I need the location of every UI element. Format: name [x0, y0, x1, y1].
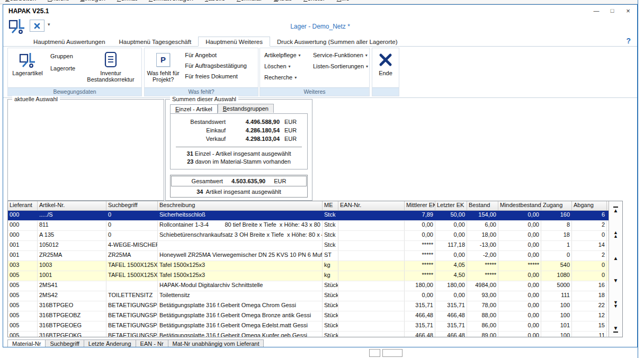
background-menu-item[interactable]: Hilfe — [337, 0, 350, 2]
lagerartikel-button[interactable]: Lagerartikel — [8, 48, 47, 87]
recherche-label: Recherche — [264, 74, 292, 80]
background-menu-item[interactable]: Ansicht — [48, 0, 68, 2]
close-button[interactable]: × — [620, 5, 636, 16]
bottom-tab[interactable]: Letzte Änderung — [84, 339, 136, 347]
background-menu-item[interactable]: Formular — [237, 0, 262, 2]
table-cell — [338, 211, 405, 220]
table-row[interactable]: 0051001TAFEL 1500X125X3Tafel 1500x125x3k… — [8, 271, 609, 281]
ribbon-tab[interactable]: Hauptmenü Weiteres — [198, 37, 270, 47]
table-row[interactable]: 0008110Rollcontainer 1-3-4 80 tief Breit… — [8, 221, 609, 231]
table-cell: 1001 — [38, 271, 106, 281]
scroll-first-button[interactable]: ▲ — [611, 207, 621, 213]
table-cell: 180,00 — [435, 281, 467, 291]
table-cell: 316BTPGEO — [38, 301, 106, 311]
gesamtwert-box: Gesamtwert 4.503.635,90 EUR 34Artikel in… — [170, 175, 308, 198]
column-header[interactable]: Abgang — [572, 201, 607, 210]
table-row[interactable]: 0031003TAFEL 1500X125X3Tafel 1500x125x3k… — [8, 261, 609, 271]
background-menu-item[interactable]: Extras — [274, 0, 292, 2]
maximize-button[interactable]: □ — [604, 5, 620, 16]
summen-tab-strip: Einzel - ArtikelBestandsgruppen — [170, 104, 274, 113]
column-header[interactable]: Beschreibung — [158, 201, 323, 210]
table-row[interactable]: 000...../S0SicherheitsschloßStck7,8950,0… — [8, 211, 609, 221]
column-header[interactable]: Artikel-Nr. — [38, 201, 106, 210]
table-row[interactable]: 005316BTPGEOBZBETAETIGUNGSPLBetätigungsp… — [8, 311, 609, 321]
background-menu-item[interactable]: Bearbeiten — [5, 0, 36, 2]
inventur-bestandskorrektur-button[interactable]: Inventur Bestandskorrektur — [84, 48, 137, 87]
quick-access-toolbar: ▾ Lager - Demo_Netz * — [3, 17, 637, 35]
artikelpflege-dropdown[interactable]: Artikelpflege ▾ — [264, 52, 308, 58]
table-cell: 100 — [541, 301, 572, 311]
table-row[interactable]: 005316BTPGEOKGBETAETIGUNGSPLBetätigungsp… — [8, 332, 609, 337]
summen-tab[interactable]: Einzel - Artikel — [170, 104, 218, 113]
fuer-auftragsbestaetigung-button[interactable]: Für Auftragsbestätigung — [185, 62, 256, 69]
table-row[interactable]: 005316BTPGEOEGBETAETIGUNGSPLBetätigungsp… — [8, 321, 609, 332]
column-header[interactable]: Mittlerer EK — [405, 201, 435, 210]
value-label: Verkauf — [177, 136, 226, 142]
table-cell: 0 — [572, 231, 607, 240]
ende-button[interactable]: Ende — [372, 48, 399, 87]
was-fehlt-projekt-button[interactable]: P Was fehlt für Projekt? — [145, 48, 182, 87]
table-cell: 005 — [8, 271, 38, 281]
bottom-tab[interactable]: Suchbegriff — [45, 339, 84, 347]
table-cell: 50,00 — [435, 211, 467, 220]
background-menu-item[interactable]: Tabelle — [205, 0, 225, 2]
bottom-tab[interactable]: Mat-Nr unabhängig vom Lieferant — [168, 339, 264, 347]
value-label: Bestandswert — [177, 119, 226, 125]
column-header[interactable]: Suchbegriff — [106, 201, 158, 210]
page-down-icon: ▼ — [613, 305, 618, 308]
table-cell: 5000 — [541, 281, 572, 291]
ribbon-tab[interactable]: Druck Auswertung (Summen aller Lagerorte… — [270, 37, 405, 46]
minimize-button[interactable]: — — [588, 5, 604, 16]
listen-sortierungen-dropdown[interactable]: Listen-Sortierungen ▾ — [313, 63, 368, 69]
table-cell: Stück — [323, 291, 338, 301]
ribbon-group-weiteres: Artikelpflege ▾ Löschen ▾ Recherche ▾ — [260, 48, 370, 96]
scroll-down-button[interactable]: ▼ — [611, 278, 621, 283]
summen-value-row: Bestandswert4.496.588,90EUR — [171, 118, 307, 126]
scroll-up-button[interactable]: ▲ — [611, 256, 621, 261]
bottom-tab[interactable]: Material-Nr — [7, 339, 46, 347]
gruppen-button[interactable]: Gruppen — [48, 52, 83, 60]
column-header[interactable]: Lieferant — [8, 201, 38, 210]
table-cell: BETAETIGUNGSPL — [106, 311, 158, 321]
table-cell — [338, 332, 405, 337]
column-header[interactable]: ME — [323, 201, 338, 210]
table-cell: 0,00 — [498, 231, 541, 240]
table-cell: 7,89 — [405, 211, 435, 220]
table-row[interactable]: 001ZR25MAZR25MAHoneywell ZR25MA Vierwege… — [8, 251, 609, 261]
background-menu-item[interactable]: Format — [117, 0, 137, 2]
bottom-tab[interactable]: EAN - Nr — [136, 339, 168, 347]
column-header[interactable]: Mindestbestand — [498, 201, 541, 210]
scroll-page-up-button[interactable]: ▲ ▲ — [611, 231, 621, 238]
background-menu-item[interactable]: Fenster — [303, 0, 325, 2]
table-row[interactable]: 0052MS42TOILETTENSITZToilettensitzStück0… — [8, 291, 609, 301]
help-icon[interactable]: ? — [626, 37, 631, 45]
table-cell: BETAETIGUNGSPL — [106, 301, 158, 311]
count-number: 23 — [187, 158, 193, 165]
table-row[interactable]: 0052MS41HAPAK-Modul Digitalarchiv Schnit… — [8, 281, 609, 291]
table-cell — [338, 241, 405, 250]
column-header[interactable]: Zugang — [541, 201, 572, 210]
background-menu-item[interactable]: Formatvorlagen — [149, 0, 193, 2]
background-menu-item[interactable]: Einfügen — [80, 0, 105, 2]
scroll-page-down-button[interactable]: ▼ ▼ — [611, 301, 621, 308]
ribbon-tab[interactable]: Hauptmenü Auswertungen — [26, 37, 112, 46]
table-cell: 15 — [572, 321, 607, 331]
loeschen-dropdown[interactable]: Löschen ▾ — [264, 63, 308, 69]
table-row[interactable]: 000A 1350Schiebetürenschrankaufsatz 3 OH… — [8, 231, 609, 241]
scroll-last-button[interactable]: ▼ — [611, 326, 621, 333]
page-up-icon: ▲ — [613, 235, 618, 238]
table-row[interactable]: 0011050124-WEGE-MISCHERStck*****117,18-1… — [8, 241, 609, 251]
summen-tab[interactable]: Bestandsgruppen — [218, 104, 274, 113]
service-funktionen-dropdown[interactable]: Service-Funktionen ▾ — [313, 52, 368, 58]
chevron-down-icon: ▾ — [365, 53, 368, 58]
table-cell: 0,00 — [498, 332, 541, 337]
table-row[interactable]: 005316BTPGEOBETAETIGUNGSPLBetätigungspla… — [8, 301, 609, 311]
column-header[interactable]: Letzter EK — [435, 201, 467, 210]
ribbon-tab[interactable]: Hauptmenü Tagesgeschäft — [112, 37, 199, 46]
lagerorte-button[interactable]: Lagerorte — [48, 65, 83, 72]
column-header[interactable]: Bestand — [467, 201, 498, 210]
fuer-freies-dokument-button[interactable]: Für freies Dokument — [185, 73, 256, 79]
column-header[interactable]: EAN-Nr. — [338, 201, 405, 210]
fuer-angebot-button[interactable]: Für Angebot — [185, 52, 256, 58]
recherche-dropdown[interactable]: Recherche ▾ — [264, 74, 308, 80]
